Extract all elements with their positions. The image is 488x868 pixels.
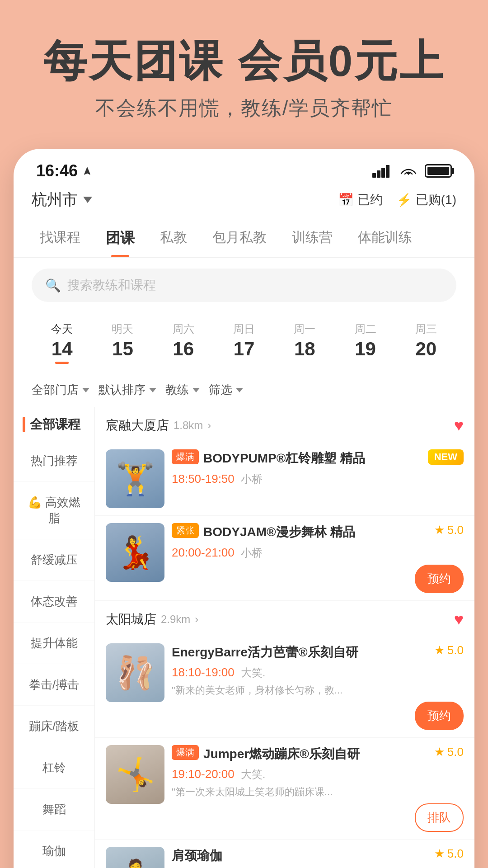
star-icon-2-2: ★ — [434, 745, 445, 759]
date-6[interactable]: 周三 20 — [396, 317, 456, 368]
sidebar-item-boxing[interactable]: 拳击/搏击 — [14, 664, 94, 706]
badge-star-2-1: ★ 5.0 — [434, 643, 464, 657]
reserve-button-1-2[interactable]: 预约 — [415, 565, 464, 593]
sidebar-section-header: 全部课程 — [14, 407, 94, 440]
course-list: 宸融大厦店 1.8km › ♥ 🏋️ 爆满 BODYPUMP®杠铃雕塑 精品 N… — [95, 407, 474, 868]
phone-frame: 16:46 — [14, 149, 474, 868]
svg-rect-2 — [381, 168, 385, 178]
course-info-2-3: 肩颈瑜伽 ★ 5.0 20:05-21:05 夏瑾 — [172, 847, 464, 868]
store-1-header: 宸融大厦店 1.8km › ♥ — [95, 407, 474, 442]
store-2-header: 太阳城店 2.9km › ♥ — [95, 601, 474, 636]
course-thumb-1-2: 💃 — [106, 523, 164, 582]
status-time: 16:46 — [36, 161, 92, 180]
course-title-row-2-3: 肩颈瑜伽 ★ 5.0 — [172, 847, 464, 864]
course-info-2-2: 爆满 Jumper燃动蹦床®乐刻自研 ★ 5.0 19:10-20:00 大笑.… — [172, 745, 464, 832]
filter-coach[interactable]: 教练 — [165, 382, 200, 398]
tag-tight-1-2: 紧张 — [172, 523, 199, 538]
status-icons — [372, 164, 452, 178]
sidebar-item-barbell[interactable]: 杠铃 — [14, 747, 94, 789]
badge-new-1-1: NEW — [428, 449, 464, 465]
course-thumb-2-3: 🧘 — [106, 847, 164, 868]
purchased-button[interactable]: ⚡ 已购(1) — [396, 191, 456, 208]
course-thumb-1-1: 🏋️ — [106, 449, 164, 508]
sidebar-item-relax[interactable]: 舒缓减压 — [14, 539, 94, 581]
filter-arrow-icon-2 — [149, 388, 156, 392]
top-banner: 每天团课 会员0元上 不会练不用慌，教练/学员齐帮忙 — [0, 0, 488, 149]
filter-arrow-icon-3 — [192, 388, 200, 392]
tab-camp[interactable]: 训练营 — [279, 219, 345, 257]
sidebar-item-posture[interactable]: 体态改善 — [14, 581, 94, 623]
reserve-button-2-1[interactable]: 预约 — [415, 702, 464, 730]
filter-more[interactable]: 筛选 — [209, 382, 243, 398]
tab-group-class[interactable]: 团课 — [93, 219, 147, 257]
tab-private[interactable]: 私教 — [147, 219, 200, 257]
course-title-row-1-2: 紧张 BODYJAM®漫步舞林 精品 ★ 5.0 — [172, 523, 464, 541]
course-info-1-1: 爆满 BODYPUMP®杠铃雕塑 精品 NEW 18:50-19:50 小桥 — [172, 449, 464, 486]
date-3[interactable]: 周日 17 — [214, 317, 274, 368]
filter-arrow-icon-4 — [236, 388, 243, 392]
course-card-2-3: 🧘 肩颈瑜伽 ★ 5.0 20:05-21:05 夏瑾 — [95, 840, 474, 868]
filter-arrow-icon — [82, 388, 89, 392]
search-bar[interactable]: 🔍 搜索教练和课程 — [32, 269, 456, 302]
svg-rect-0 — [372, 173, 376, 178]
sidebar-item-dance[interactable]: 舞蹈 — [14, 789, 94, 830]
date-2[interactable]: 周六 16 — [153, 317, 214, 368]
sidebar-item-fitness[interactable]: 提升体能 — [14, 623, 94, 664]
sidebar-orange-bar — [23, 417, 25, 432]
store-2-favorite[interactable]: ♥ — [454, 610, 464, 629]
booked-button[interactable]: 📅 已约 — [338, 191, 383, 208]
course-info-2-1: EnergyBarre活力芭蕾®乐刻自研 ★ 5.0 18:10-19:00 大… — [172, 643, 464, 730]
nav-tabs: 找课程 团课 私教 包月私教 训练营 体能训练 — [14, 219, 474, 258]
badge-star-2-2: ★ 5.0 — [434, 745, 464, 759]
course-time-row-1-2: 20:00-21:00 小桥 — [172, 546, 464, 560]
sidebar-item-trampoline[interactable]: 蹦床/踏板 — [14, 706, 94, 747]
store-1-favorite[interactable]: ♥ — [454, 416, 464, 435]
star-icon-2-3: ★ — [434, 847, 445, 861]
app-header: 杭州市 📅 已约 ⚡ 已购(1) — [14, 185, 474, 219]
svg-rect-1 — [377, 170, 380, 178]
card-bottom-row-2-2: 排队 — [172, 803, 464, 832]
tab-monthly-private[interactable]: 包月私教 — [200, 219, 279, 257]
tab-find-course[interactable]: 找课程 — [27, 219, 93, 257]
filter-store[interactable]: 全部门店 — [32, 382, 89, 398]
course-time-row-2-2: 19:10-20:00 大笑. — [172, 767, 464, 782]
wifi-icon — [399, 164, 418, 178]
filter-row: 全部门店 默认排序 教练 筛选 — [14, 377, 474, 407]
course-card-2-1: 🩰 EnergyBarre活力芭蕾®乐刻自研 ★ 5.0 18:10-19:00… — [95, 636, 474, 738]
course-card-2-2: 🤸 爆满 Jumper燃动蹦床®乐刻自研 ★ 5.0 19:10-20:00 大… — [95, 738, 474, 840]
badge-star-1-2: ★ 5.0 — [434, 523, 464, 537]
date-today[interactable]: 今天 14 — [32, 317, 92, 368]
tag-hot-2-2: 爆满 — [172, 745, 199, 760]
sidebar-item-hot[interactable]: 热门推荐 — [14, 440, 94, 482]
tab-fitness-training[interactable]: 体能训练 — [345, 219, 425, 257]
card-bottom-row-1-2: 预约 — [172, 565, 464, 593]
date-4[interactable]: 周一 18 — [274, 317, 335, 368]
course-info-1-2: 紧张 BODYJAM®漫步舞林 精品 ★ 5.0 20:00-21:00 小桥 … — [172, 523, 464, 593]
date-selector: 今天 14 明天 15 周六 16 周日 17 周一 18 周二 19 周三 2… — [14, 313, 474, 377]
content-area: 全部课程 热门推荐 💪 高效燃脂 舒缓减压 体态改善 提升体能 拳击/搏击 蹦床… — [14, 407, 474, 868]
search-input: 搜索教练和课程 — [67, 277, 156, 294]
status-bar: 16:46 — [14, 149, 474, 185]
store-1-info[interactable]: 宸融大厦店 1.8km › — [106, 417, 211, 434]
store-2-info[interactable]: 太阳城店 2.9km › — [106, 611, 198, 628]
location-button[interactable]: 杭州市 — [32, 189, 92, 210]
store-2-arrow-icon: › — [195, 613, 198, 626]
svg-rect-3 — [386, 165, 389, 178]
signal-icon — [372, 164, 392, 178]
calendar-icon: 📅 — [338, 193, 354, 208]
date-1[interactable]: 明天 15 — [92, 317, 153, 368]
queue-button-2-2[interactable]: 排队 — [415, 803, 464, 832]
course-title-row-2-1: EnergyBarre活力芭蕾®乐刻自研 ★ 5.0 — [172, 643, 464, 661]
location-dropdown-arrow — [83, 197, 92, 203]
battery-icon — [425, 164, 452, 178]
banner-title: 每天团课 会员0元上 — [27, 36, 461, 86]
navigation-icon — [82, 166, 92, 176]
star-icon: ★ — [434, 523, 445, 537]
star-icon-2-1: ★ — [434, 643, 445, 657]
date-5[interactable]: 周二 19 — [335, 317, 395, 368]
sidebar-item-fat-burn[interactable]: 💪 高效燃脂 — [14, 482, 94, 539]
course-thumb-2-1: 🩰 — [106, 643, 164, 702]
filter-sort[interactable]: 默认排序 — [99, 382, 156, 398]
sidebar-item-yoga[interactable]: 瑜伽 — [14, 830, 94, 868]
store-arrow-icon: › — [207, 419, 211, 432]
